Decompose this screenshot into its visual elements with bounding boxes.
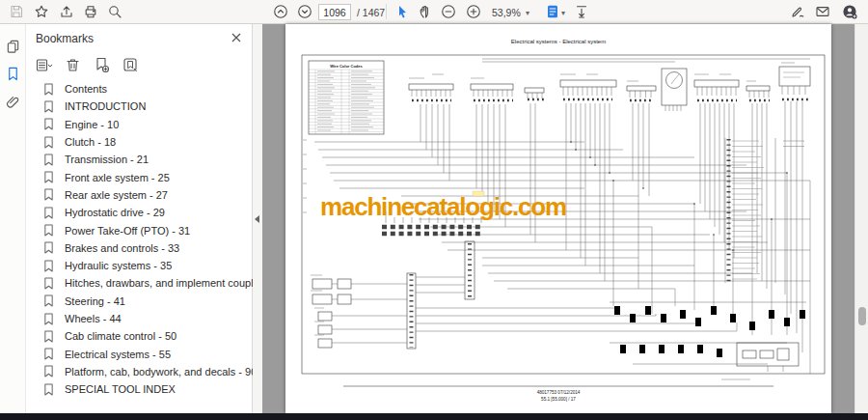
- new-bookmark-button[interactable]: [94, 57, 110, 73]
- bookmark-icon: [43, 118, 54, 130]
- save-button[interactable]: [6, 1, 27, 22]
- panel-collapse-strip[interactable]: [253, 24, 262, 413]
- hand-tool-button[interactable]: [415, 1, 436, 22]
- bookmark-label: Contents: [65, 83, 107, 95]
- bookmark-item-platform[interactable]: Platform, cab, bodywork, and decals - 90: [26, 363, 252, 380]
- close-panel-button[interactable]: [229, 30, 244, 45]
- scroll-mode-icon: [574, 4, 589, 19]
- bookmark-label: Rear axle system - 27: [65, 189, 168, 201]
- bookmark-icon: [43, 313, 54, 325]
- zoom-level-label[interactable]: 53,9%: [492, 7, 521, 18]
- bookmark-item-hydraulic[interactable]: Hydraulic systems - 35: [26, 257, 252, 274]
- print-button[interactable]: [80, 1, 101, 22]
- arrow-up-circle-icon: [273, 4, 288, 19]
- previous-page-button[interactable]: [270, 1, 291, 22]
- wire-table-title: Wire Color Codes: [330, 64, 363, 69]
- bookmark-label: Brakes and controls - 33: [65, 242, 179, 254]
- bookmark-label: Steering - 41: [65, 295, 125, 307]
- zoom-caret-icon[interactable]: ▾: [526, 9, 529, 17]
- page-thumbnails-button[interactable]: [3, 36, 22, 55]
- scrollbar-thumb[interactable]: [858, 307, 866, 325]
- profile-button[interactable]: [839, 1, 860, 22]
- bookmark-item-hitches[interactable]: Hitches, drawbars, and implement couplin…: [26, 274, 252, 292]
- main-area: Bookmarks Contents: [0, 24, 868, 413]
- bookmark-item-steering[interactable]: Steering - 41: [26, 293, 252, 310]
- bookmark-item-pto[interactable]: Power Take-Off (PTO) - 31: [26, 221, 252, 238]
- bookmark-label: Cab climate control - 50: [65, 330, 176, 342]
- bookmark-label: Platform, cab, bodywork, and decals - 90: [65, 366, 257, 378]
- bookmark-label: INTRODUCTION: [65, 100, 146, 112]
- next-page-button[interactable]: [294, 1, 315, 22]
- minus-circle-icon: [441, 4, 456, 19]
- footer-doc-number: 48017753 07/12/2014: [537, 390, 581, 395]
- email-button[interactable]: [812, 1, 833, 22]
- page-number-input[interactable]: [318, 4, 351, 20]
- trash-icon: [65, 57, 81, 73]
- bookmarks-panel: Bookmarks Contents: [26, 24, 253, 413]
- top-toolbar: / 1467 53,9% ▾ ▾: [0, 0, 868, 24]
- bookmarks-title: Bookmarks: [36, 32, 94, 45]
- bookmark-options-button[interactable]: [36, 57, 52, 73]
- bookmark-item-transmission[interactable]: Transmission - 21: [26, 151, 252, 168]
- delete-bookmark-button[interactable]: [65, 57, 81, 73]
- bookmark-icon: [43, 348, 54, 360]
- zoom-out-button[interactable]: [438, 1, 459, 22]
- bookmark-item-rear-axle[interactable]: Rear axle system - 27: [26, 186, 252, 204]
- star-button[interactable]: [31, 1, 52, 22]
- attachments-button[interactable]: [3, 92, 22, 111]
- navigation-rail: [0, 24, 26, 413]
- bookmark-icon: [43, 188, 54, 201]
- bookmark-item-front-axle[interactable]: Front axle system - 25: [26, 168, 252, 185]
- arrow-down-circle-icon: [297, 4, 312, 19]
- fill-sign-button[interactable]: [787, 1, 808, 22]
- close-icon: [229, 30, 244, 45]
- bookmark-icon: [43, 277, 54, 290]
- page-view-caret-icon[interactable]: ▾: [561, 9, 565, 17]
- bookmark-item-introduction[interactable]: INTRODUCTION: [26, 98, 252, 115]
- page-title: Electrical systems - Electrical system: [511, 39, 606, 44]
- bookmark-item-electrical[interactable]: Electrical systems - 55: [26, 345, 252, 362]
- bookmark-item-brakes[interactable]: Brakes and controls - 33: [26, 239, 252, 257]
- bookmark-icon: [43, 330, 54, 343]
- bookmark-item-special-tool-index[interactable]: SPECIAL TOOL INDEX: [26, 380, 252, 398]
- profile-icon: [842, 4, 857, 19]
- page-total-label: / 1467: [357, 7, 385, 18]
- search-icon: [107, 4, 122, 19]
- search-button[interactable]: [104, 1, 125, 22]
- bookmark-icon: [43, 83, 54, 96]
- pdf-page: Electrical systems - Electrical system W…: [285, 24, 831, 413]
- bookmark-item-wheels[interactable]: Wheels - 44: [26, 310, 252, 327]
- bookmark-locate-icon: [122, 57, 139, 73]
- bookmark-item-cab-climate[interactable]: Cab climate control - 50: [26, 327, 252, 345]
- share-button[interactable]: [56, 1, 77, 22]
- bookmark-item-engine[interactable]: Engine - 10: [26, 116, 252, 133]
- vertical-scrollbar[interactable]: [854, 24, 868, 413]
- scroll-mode-button[interactable]: [571, 1, 592, 22]
- options-list-icon: [36, 57, 52, 73]
- bookmark-item-clutch[interactable]: Clutch - 18: [26, 133, 252, 151]
- bookmark-label: Electrical systems - 55: [65, 349, 171, 360]
- watermark-text: machinecatalogic.com: [320, 192, 566, 222]
- bookmark-icon: [43, 100, 54, 113]
- bookmark-label: Hydraulic systems - 35: [65, 260, 172, 271]
- bookmark-icon: [43, 224, 54, 237]
- share-icon: [59, 4, 74, 19]
- zoom-in-button[interactable]: [463, 1, 484, 22]
- document-viewport: Electrical systems - Electrical system W…: [262, 24, 854, 413]
- plus-circle-icon: [466, 4, 481, 19]
- bookmark-item-hydrostatic[interactable]: Hydrostatic drive - 29: [26, 204, 252, 221]
- bookmark-icon: [43, 260, 54, 272]
- select-tool-button[interactable]: [392, 1, 413, 22]
- bookmarks-panel-button[interactable]: [3, 64, 22, 83]
- expand-current-bookmark-button[interactable]: [122, 57, 139, 73]
- bottom-bar: [0, 413, 868, 420]
- page-view-button[interactable]: [542, 1, 563, 22]
- envelope-icon: [815, 4, 830, 19]
- collapse-panel-icon: [255, 215, 259, 223]
- print-icon: [83, 4, 98, 19]
- bookmarks-list: Contents INTRODUCTION Engine - 10 Clutch…: [26, 80, 252, 398]
- bookmark-icon: [43, 365, 54, 378]
- pages-icon: [6, 39, 20, 53]
- bookmark-item-contents[interactable]: Contents: [26, 80, 252, 98]
- bookmarks-toolbar: [26, 51, 252, 78]
